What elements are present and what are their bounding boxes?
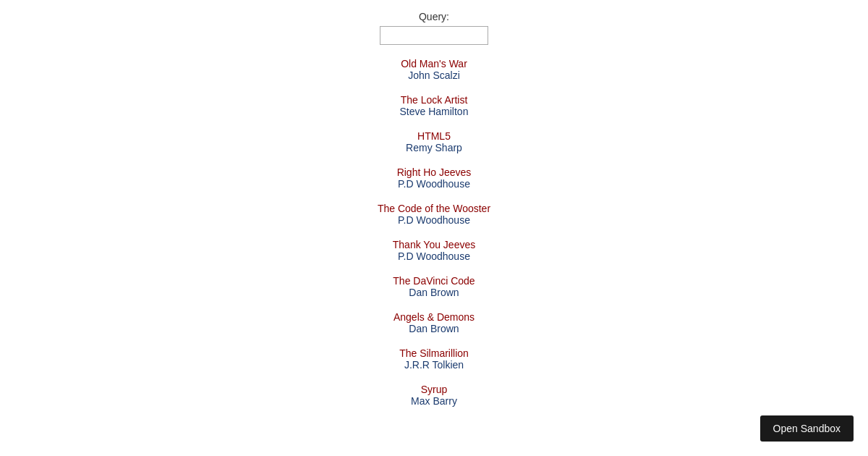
book-title: Syrup: [411, 384, 457, 395]
list-item: The SilmarillionJ.R.R Tolkien: [399, 347, 469, 371]
book-author: Dan Brown: [393, 287, 475, 298]
list-item: The Code of the WoosterP.D Woodhouse: [378, 203, 490, 226]
page-container: Query: Old Man's WarJohn ScalziThe Lock …: [0, 0, 868, 420]
open-sandbox-button[interactable]: Open Sandbox: [760, 415, 854, 442]
book-author: P.D Woodhouse: [378, 214, 490, 226]
query-label: Query:: [419, 11, 449, 22]
book-author: P.D Woodhouse: [397, 178, 472, 190]
list-item: HTML5Remy Sharp: [406, 130, 462, 153]
book-author: J.R.R Tolkien: [399, 359, 469, 371]
list-item: Old Man's WarJohn Scalzi: [401, 58, 467, 81]
list-item: SyrupMax Barry: [411, 384, 457, 407]
book-author: Steve Hamilton: [400, 106, 469, 117]
book-list: Old Man's WarJohn ScalziThe Lock ArtistS…: [378, 58, 490, 420]
book-author: Max Barry: [411, 395, 457, 407]
book-title: The Code of the Wooster: [378, 203, 490, 214]
book-title: Right Ho Jeeves: [397, 166, 472, 178]
list-item: The DaVinci CodeDan Brown: [393, 275, 475, 298]
list-item: The Lock ArtistSteve Hamilton: [400, 94, 469, 117]
query-input[interactable]: [380, 26, 488, 45]
list-item: Angels & DemonsDan Brown: [393, 311, 475, 334]
book-title: HTML5: [406, 130, 462, 142]
list-item: Right Ho JeevesP.D Woodhouse: [397, 166, 472, 190]
list-item: Thank You JeevesP.D Woodhouse: [393, 239, 475, 262]
book-title: Angels & Demons: [393, 311, 475, 323]
book-title: The DaVinci Code: [393, 275, 475, 287]
book-author: Remy Sharp: [406, 142, 462, 153]
book-author: P.D Woodhouse: [393, 250, 475, 262]
book-author: Dan Brown: [393, 323, 475, 334]
book-title: Old Man's War: [401, 58, 467, 69]
book-title: Thank You Jeeves: [393, 239, 475, 250]
book-title: The Silmarillion: [399, 347, 469, 359]
book-title: The Lock Artist: [400, 94, 469, 106]
book-author: John Scalzi: [401, 69, 467, 81]
